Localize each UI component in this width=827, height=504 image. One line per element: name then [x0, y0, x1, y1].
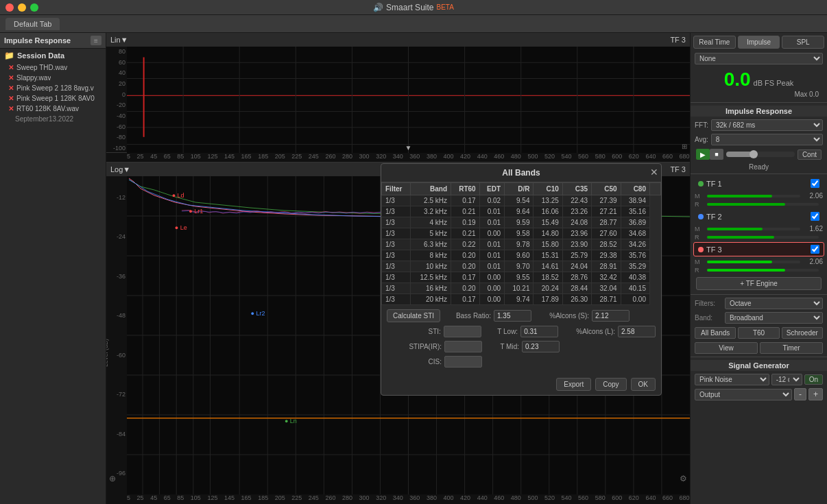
file-item-3[interactable]: ✕ Pink Sweep 1 128K 8AV0	[0, 93, 106, 104]
table-row[interactable]: 1/310 kHz0.200.019.7014.6124.0428.9135.2…	[382, 261, 661, 272]
alcons-l-input[interactable]	[618, 326, 656, 337]
timer-button[interactable]: Timer	[760, 342, 823, 354]
tf3-color-dot	[698, 247, 704, 252]
file-item-2[interactable]: ✕ Pink Sweep 2 128 8avg.v	[0, 83, 106, 93]
modal-controls: Calculate STI Bass Ratio: %Alcons (S): S…	[381, 305, 661, 375]
col-c80: C80	[621, 183, 649, 195]
alcons-s-label: %Alcons (S):	[534, 312, 589, 320]
cont-button[interactable]: Cont	[798, 149, 822, 160]
file-close-icon-3[interactable]: ✕	[8, 95, 14, 102]
session-data-section[interactable]: 📁 Session Data	[0, 49, 106, 62]
minimize-button[interactable]	[18, 3, 26, 12]
plus-button[interactable]: +	[808, 388, 823, 400]
filters-select[interactable]: Octave	[725, 298, 823, 309]
log-select[interactable]: Log▼	[110, 165, 130, 173]
file-item-0[interactable]: ✕ Sweep THD.wav	[0, 62, 106, 73]
marker-lr2: ● Lr2	[251, 310, 265, 317]
maximize-button[interactable]	[30, 3, 38, 12]
tf-item-3[interactable]: TF 3	[693, 242, 824, 256]
sig-type-select[interactable]: Pink Noise	[695, 374, 769, 385]
table-row[interactable]: 1/316 kHz0.200.0010.2120.2428.4432.0440.…	[382, 283, 661, 294]
none-select[interactable]: None	[695, 53, 823, 64]
table-row[interactable]: 1/38 kHz0.200.019.6015.3125.7929.3835.76	[382, 250, 661, 261]
signal-generator-title: Signal Generator	[691, 360, 827, 371]
progress-bar[interactable]	[726, 152, 795, 157]
tab-bar: Default Tab	[0, 15, 827, 33]
tf1-r-fill	[707, 203, 785, 206]
file-close-icon-4[interactable]: ✕	[8, 105, 14, 112]
bass-ratio-input[interactable]	[494, 310, 531, 322]
tf2-r-bar	[707, 236, 819, 239]
minus-button[interactable]: -	[794, 388, 806, 400]
file-close-icon-2[interactable]: ✕	[8, 84, 14, 92]
marker-le: ● Le	[175, 224, 187, 231]
tf2-checkbox[interactable]	[811, 212, 819, 221]
tf3-checkbox[interactable]	[811, 245, 819, 254]
play-button[interactable]: ▶	[696, 149, 710, 160]
output-row: Output - +	[691, 387, 827, 402]
sig-db-select[interactable]: -12 dB	[771, 374, 802, 385]
modal-row-3: STIPA(IR): T Mid:	[387, 341, 656, 352]
close-button[interactable]	[5, 3, 14, 12]
file-close-icon-1[interactable]: ✕	[8, 74, 14, 82]
band-label: Band:	[695, 314, 722, 322]
tf2-name: TF 2	[706, 213, 809, 221]
table-row[interactable]: 1/36.3 kHz0.220.019.7815.8023.9028.5234.…	[382, 239, 661, 250]
table-row[interactable]: 1/320 kHz0.170.009.7417.8926.3028.710.00	[382, 294, 661, 305]
file-item-1[interactable]: ✕ Slappy.wav	[0, 73, 106, 83]
default-tab[interactable]: Default Tab	[5, 18, 60, 30]
modal-close-button[interactable]: ✕	[650, 167, 658, 178]
lin-select[interactable]: Lin▼	[110, 36, 128, 44]
table-row[interactable]: 1/34 kHz0.190.019.5915.4924.0828.7736.89	[382, 217, 661, 228]
copy-button[interactable]: Copy	[595, 378, 626, 391]
sti-input[interactable]	[444, 326, 481, 337]
add-tf-button[interactable]: + TF Engine	[696, 277, 822, 290]
tf1-name: TF 1	[706, 180, 809, 188]
fft-row: FFT: 32k / 682 ms	[691, 118, 827, 132]
schroeder-button[interactable]: Schroeder	[782, 327, 823, 339]
t-low-label: T Low:	[484, 328, 518, 335]
export-button[interactable]: Export	[556, 378, 591, 391]
tf1-m-label: M	[695, 193, 700, 200]
impulse-button[interactable]: Impulse	[738, 36, 780, 49]
sidebar-menu-button[interactable]: ≡	[91, 36, 101, 45]
view-button[interactable]: View	[695, 342, 758, 354]
stipa-input[interactable]	[444, 341, 482, 352]
tf-item-2[interactable]: TF 2	[693, 209, 824, 224]
output-select[interactable]: Output	[695, 389, 792, 400]
modal-table-container[interactable]: Filter Band RT60 EDT D/R C10 C35 C50 C80	[381, 182, 661, 305]
table-row[interactable]: 1/33.2 kHz0.210.019.6416.0623.2627.2135.…	[382, 206, 661, 217]
zoom-in-icon[interactable]: ⊕	[109, 474, 116, 483]
tf-item-1[interactable]: TF 1	[693, 176, 824, 191]
none-select-row: None	[691, 51, 827, 66]
table-row[interactable]: 1/35 kHz0.210.009.5814.8023.9627.6034.68	[382, 228, 661, 239]
zoom-icon[interactable]: ⊞	[682, 143, 687, 150]
t60-button[interactable]: T60	[738, 327, 779, 339]
t-low-input[interactable]	[520, 326, 558, 337]
window-controls[interactable]	[5, 3, 38, 12]
tf1-r-label: R	[695, 201, 700, 208]
real-time-button[interactable]: Real Time	[693, 36, 736, 49]
all-bands-button[interactable]: All Bands	[695, 327, 736, 339]
tf3-m-bar	[707, 261, 800, 263]
spl-button[interactable]: SPL	[782, 36, 824, 49]
fft-select[interactable]: 32k / 682 ms	[711, 119, 823, 131]
file-close-icon-0[interactable]: ✕	[8, 64, 14, 71]
tf1-m-bar	[707, 195, 800, 197]
col-c10: C10	[534, 183, 562, 195]
t-mid-input[interactable]	[522, 341, 560, 352]
ok-button[interactable]: OK	[631, 378, 656, 391]
table-row[interactable]: 1/312.5 kHz0.170.009.5518.5228.7632.4240…	[382, 272, 661, 283]
calculate-sti-button[interactable]: Calculate STI	[387, 309, 440, 322]
cis-label: CIS:	[387, 358, 442, 365]
alcons-s-input[interactable]	[592, 310, 630, 322]
tf1-checkbox[interactable]	[811, 179, 819, 188]
stop-button[interactable]: ■	[710, 149, 723, 160]
table-row[interactable]: 1/32.5 kHz0.170.029.5413.2522.4327.3938.…	[382, 195, 661, 206]
sig-on-button[interactable]: On	[804, 374, 823, 385]
avg-select[interactable]: 8	[711, 134, 823, 145]
settings-icon[interactable]: ⚙	[680, 474, 687, 483]
band-select[interactable]: Broadband	[725, 312, 823, 324]
cis-input[interactable]	[444, 356, 482, 368]
file-item-4[interactable]: ✕ RT60 128K 8AV.wav	[0, 104, 106, 114]
